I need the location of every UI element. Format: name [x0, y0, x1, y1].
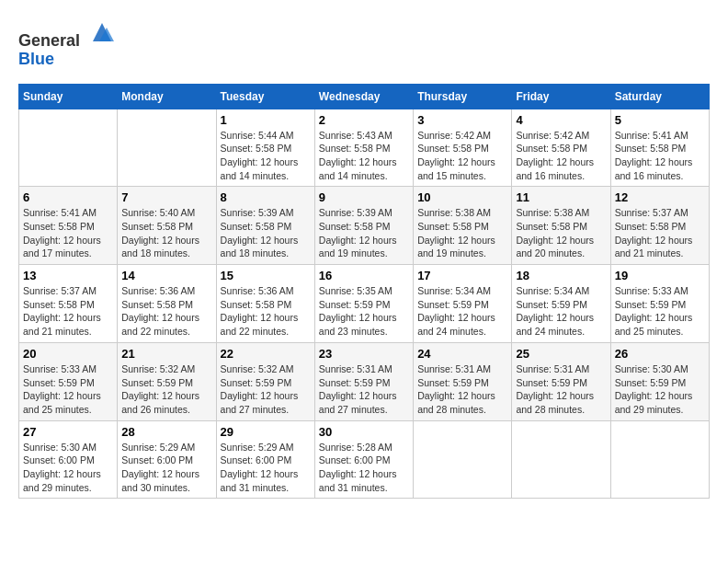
calendar: SundayMondayTuesdayWednesdayThursdayFrid… — [18, 84, 710, 500]
calendar-cell: 14Sunrise: 5:36 AM Sunset: 5:58 PM Dayli… — [118, 265, 216, 343]
calendar-cell: 22Sunrise: 5:32 AM Sunset: 5:59 PM Dayli… — [216, 342, 314, 420]
calendar-cell: 25Sunrise: 5:31 AM Sunset: 5:59 PM Dayli… — [512, 342, 610, 420]
day-info: Sunrise: 5:38 AM Sunset: 5:58 PM Dayligh… — [516, 206, 606, 260]
calendar-cell: 5Sunrise: 5:41 AM Sunset: 5:58 PM Daylig… — [610, 109, 709, 187]
calendar-cell: 24Sunrise: 5:31 AM Sunset: 5:59 PM Dayli… — [414, 342, 512, 420]
day-info: Sunrise: 5:37 AM Sunset: 5:58 PM Dayligh… — [615, 206, 705, 260]
day-number: 10 — [417, 190, 507, 204]
day-info: Sunrise: 5:42 AM Sunset: 5:58 PM Dayligh… — [516, 129, 606, 183]
calendar-cell — [118, 109, 216, 187]
logo: General Blue — [18, 18, 116, 69]
day-number: 11 — [516, 190, 606, 204]
weekday-header-saturday: Saturday — [610, 84, 709, 109]
calendar-cell: 30Sunrise: 5:28 AM Sunset: 6:00 PM Dayli… — [314, 420, 413, 499]
day-info: Sunrise: 5:41 AM Sunset: 5:58 PM Dayligh… — [23, 206, 113, 260]
day-info: Sunrise: 5:32 AM Sunset: 5:59 PM Dayligh… — [221, 362, 311, 417]
weekday-header-tuesday: Tuesday — [216, 84, 314, 109]
day-info: Sunrise: 5:34 AM Sunset: 5:59 PM Dayligh… — [417, 284, 507, 339]
calendar-cell: 3Sunrise: 5:42 AM Sunset: 5:58 PM Daylig… — [414, 109, 512, 187]
week-row-1: 1Sunrise: 5:44 AM Sunset: 5:58 PM Daylig… — [19, 109, 710, 187]
calendar-cell: 29Sunrise: 5:29 AM Sunset: 6:00 PM Dayli… — [216, 420, 314, 499]
logo-blue: Blue — [18, 50, 54, 68]
day-number: 30 — [319, 425, 409, 439]
day-number: 24 — [417, 347, 507, 361]
day-info: Sunrise: 5:42 AM Sunset: 5:58 PM Dayligh… — [417, 129, 507, 183]
day-number: 7 — [121, 190, 211, 204]
calendar-cell: 18Sunrise: 5:34 AM Sunset: 5:59 PM Dayli… — [512, 265, 610, 343]
day-info: Sunrise: 5:28 AM Sunset: 6:00 PM Dayligh… — [319, 441, 409, 495]
day-number: 23 — [319, 347, 409, 361]
weekday-header-wednesday: Wednesday — [314, 84, 413, 109]
day-number: 28 — [121, 425, 211, 439]
logo-general: General — [18, 31, 80, 50]
day-info: Sunrise: 5:33 AM Sunset: 5:59 PM Dayligh… — [23, 362, 113, 417]
day-info: Sunrise: 5:39 AM Sunset: 5:58 PM Dayligh… — [221, 206, 311, 260]
day-info: Sunrise: 5:36 AM Sunset: 5:58 PM Dayligh… — [121, 284, 211, 339]
week-row-2: 6Sunrise: 5:41 AM Sunset: 5:58 PM Daylig… — [19, 187, 710, 265]
calendar-cell: 9Sunrise: 5:39 AM Sunset: 5:58 PM Daylig… — [314, 187, 413, 265]
week-row-5: 27Sunrise: 5:30 AM Sunset: 6:00 PM Dayli… — [19, 420, 710, 499]
day-info: Sunrise: 5:37 AM Sunset: 5:58 PM Dayligh… — [23, 284, 113, 339]
day-number: 20 — [23, 347, 113, 361]
calendar-cell: 4Sunrise: 5:42 AM Sunset: 5:58 PM Daylig… — [512, 109, 610, 187]
day-info: Sunrise: 5:31 AM Sunset: 5:59 PM Dayligh… — [417, 362, 507, 417]
day-number: 21 — [121, 347, 211, 361]
day-info: Sunrise: 5:39 AM Sunset: 5:58 PM Dayligh… — [319, 206, 409, 260]
logo-icon — [88, 18, 116, 46]
weekday-header-sunday: Sunday — [19, 84, 118, 109]
weekday-header-friday: Friday — [512, 84, 610, 109]
calendar-cell: 12Sunrise: 5:37 AM Sunset: 5:58 PM Dayli… — [610, 187, 709, 265]
calendar-cell: 2Sunrise: 5:43 AM Sunset: 5:58 PM Daylig… — [314, 109, 413, 187]
day-info: Sunrise: 5:35 AM Sunset: 5:59 PM Dayligh… — [319, 284, 409, 339]
day-number: 12 — [615, 190, 705, 204]
weekday-header-monday: Monday — [118, 84, 216, 109]
calendar-cell: 1Sunrise: 5:44 AM Sunset: 5:58 PM Daylig… — [216, 109, 314, 187]
day-info: Sunrise: 5:44 AM Sunset: 5:58 PM Dayligh… — [221, 129, 311, 183]
day-number: 25 — [516, 347, 606, 361]
calendar-cell: 23Sunrise: 5:31 AM Sunset: 5:59 PM Dayli… — [314, 342, 413, 420]
calendar-cell: 17Sunrise: 5:34 AM Sunset: 5:59 PM Dayli… — [414, 265, 512, 343]
week-row-4: 20Sunrise: 5:33 AM Sunset: 5:59 PM Dayli… — [19, 342, 710, 420]
calendar-cell: 6Sunrise: 5:41 AM Sunset: 5:58 PM Daylig… — [19, 187, 118, 265]
day-info: Sunrise: 5:41 AM Sunset: 5:58 PM Dayligh… — [615, 129, 705, 183]
day-number: 17 — [417, 269, 507, 282]
day-info: Sunrise: 5:30 AM Sunset: 6:00 PM Dayligh… — [23, 441, 113, 495]
day-number: 16 — [319, 269, 409, 282]
day-info: Sunrise: 5:40 AM Sunset: 5:58 PM Dayligh… — [121, 206, 211, 260]
calendar-cell — [512, 420, 610, 499]
weekday-header-thursday: Thursday — [414, 84, 512, 109]
day-number: 19 — [615, 269, 705, 282]
day-number: 5 — [615, 113, 705, 127]
weekday-header-row: SundayMondayTuesdayWednesdayThursdayFrid… — [19, 84, 710, 109]
calendar-cell: 26Sunrise: 5:30 AM Sunset: 5:59 PM Dayli… — [610, 342, 709, 420]
calendar-cell: 10Sunrise: 5:38 AM Sunset: 5:58 PM Dayli… — [414, 187, 512, 265]
calendar-cell — [19, 109, 118, 187]
day-number: 3 — [417, 113, 507, 127]
day-number: 2 — [319, 113, 409, 127]
day-info: Sunrise: 5:34 AM Sunset: 5:59 PM Dayligh… — [516, 284, 606, 339]
day-number: 13 — [23, 269, 113, 282]
page-header: General Blue — [18, 18, 710, 69]
day-number: 26 — [615, 347, 705, 361]
day-info: Sunrise: 5:36 AM Sunset: 5:58 PM Dayligh… — [221, 284, 311, 339]
calendar-cell: 8Sunrise: 5:39 AM Sunset: 5:58 PM Daylig… — [216, 187, 314, 265]
day-number: 1 — [221, 113, 311, 127]
calendar-cell — [414, 420, 512, 499]
calendar-cell: 15Sunrise: 5:36 AM Sunset: 5:58 PM Dayli… — [216, 265, 314, 343]
day-number: 27 — [23, 425, 113, 439]
calendar-cell: 11Sunrise: 5:38 AM Sunset: 5:58 PM Dayli… — [512, 187, 610, 265]
day-number: 9 — [319, 190, 409, 204]
day-info: Sunrise: 5:33 AM Sunset: 5:59 PM Dayligh… — [615, 284, 705, 339]
calendar-cell: 13Sunrise: 5:37 AM Sunset: 5:58 PM Dayli… — [19, 265, 118, 343]
day-number: 29 — [221, 425, 311, 439]
day-number: 6 — [23, 190, 113, 204]
day-number: 14 — [121, 269, 211, 282]
day-info: Sunrise: 5:30 AM Sunset: 5:59 PM Dayligh… — [615, 362, 705, 417]
day-number: 18 — [516, 269, 606, 282]
day-info: Sunrise: 5:31 AM Sunset: 5:59 PM Dayligh… — [319, 362, 409, 417]
calendar-cell: 21Sunrise: 5:32 AM Sunset: 5:59 PM Dayli… — [118, 342, 216, 420]
day-number: 22 — [221, 347, 311, 361]
day-info: Sunrise: 5:29 AM Sunset: 6:00 PM Dayligh… — [121, 441, 211, 495]
day-info: Sunrise: 5:32 AM Sunset: 5:59 PM Dayligh… — [121, 362, 211, 417]
calendar-cell: 7Sunrise: 5:40 AM Sunset: 5:58 PM Daylig… — [118, 187, 216, 265]
